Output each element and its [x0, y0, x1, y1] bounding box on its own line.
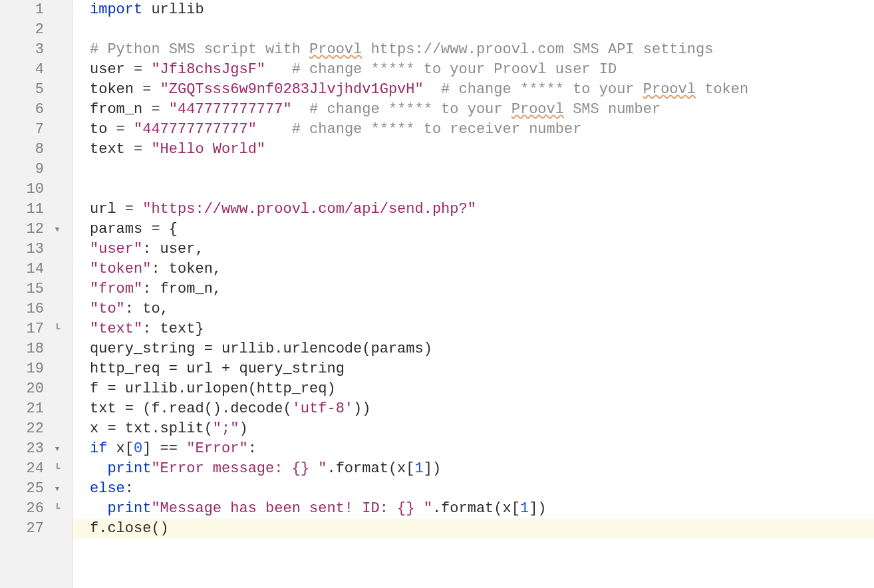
code-area[interactable]: import urllib# Python SMS script with Pr… [73, 0, 874, 588]
line-number: 15 [0, 279, 48, 299]
gutter-line: 17┗ [0, 319, 72, 339]
token-ident [265, 61, 292, 78]
code-line[interactable] [73, 180, 874, 200]
code-line[interactable]: user = "Jfi8chsJgsF" # change ***** to y… [73, 60, 874, 80]
token-comment: https://www.proovl.com SMS API settings [362, 41, 713, 58]
gutter-line: 16 [0, 299, 72, 319]
token-comment: Proovl [643, 81, 696, 98]
line-number: 26 [0, 499, 48, 519]
code-line[interactable]: "from": from_n, [73, 279, 874, 299]
line-number: 25 [0, 479, 48, 499]
token-str: 'utf-8' [292, 400, 353, 417]
token-ident [424, 81, 441, 98]
gutter-line: 22 [0, 419, 72, 439]
line-number: 19 [0, 359, 48, 379]
token-str: "Error message: {} " [151, 460, 327, 477]
code-line[interactable]: url = "https://www.proovl.com/api/send.p… [73, 200, 874, 220]
code-line[interactable]: params = { [73, 220, 874, 239]
line-number: 24 [0, 459, 48, 479]
gutter-line: 3 [0, 40, 72, 60]
code-line[interactable]: x = txt.split(";") [73, 419, 874, 439]
gutter-line: 6 [0, 100, 72, 120]
gutter-line: 5 [0, 80, 72, 100]
line-number: 17 [0, 319, 48, 339]
line-number: 3 [0, 40, 48, 60]
code-line[interactable]: "user": user, [73, 239, 874, 259]
fold-end-icon[interactable]: ┗ [48, 499, 67, 519]
line-number: 12 [0, 220, 48, 239]
fold-end-icon[interactable]: ┗ [48, 459, 67, 479]
line-number: 27 [0, 519, 48, 539]
token-ident: x = txt.split( [90, 420, 213, 437]
token-ident: to = [90, 121, 134, 138]
gutter-line: 25▼ [0, 479, 72, 499]
code-line[interactable]: to = "447777777777" # change ***** to re… [73, 120, 874, 140]
fold-toggle-icon[interactable]: ▼ [48, 220, 67, 239]
line-number: 8 [0, 140, 48, 160]
code-line[interactable]: f = urllib.urlopen(http_req) [73, 379, 874, 399]
code-line[interactable]: # Python SMS script with Proovl https://… [73, 40, 874, 60]
gutter-line: 11 [0, 200, 72, 220]
line-number: 21 [0, 399, 48, 419]
token-str: ";" [213, 420, 239, 437]
code-line[interactable]: from_n = "447777777777" # change ***** t… [73, 100, 874, 120]
code-line[interactable]: query_string = urllib.urlencode(params) [73, 339, 874, 359]
token-ident [90, 500, 107, 517]
code-line[interactable]: "to": to, [73, 299, 874, 319]
token-ident: f.close() [90, 520, 169, 537]
code-line[interactable]: if x[0] == "Error": [73, 439, 874, 459]
gutter-line: 23▼ [0, 439, 72, 459]
code-line[interactable]: "token": token, [73, 259, 874, 279]
gutter-line: 9 [0, 160, 72, 180]
gutter-line: 8 [0, 140, 72, 160]
code-line[interactable]: "text": text} [73, 319, 874, 339]
line-number: 20 [0, 379, 48, 399]
token-ident [292, 101, 309, 118]
fold-toggle-icon[interactable]: ▼ [48, 479, 67, 499]
fold-end-icon[interactable]: ┗ [48, 319, 67, 339]
token-ident: urllib [151, 1, 204, 18]
token-comment: token [696, 81, 748, 98]
gutter-line: 20 [0, 379, 72, 399]
token-ident: .format(x[ [432, 500, 520, 517]
token-comment: # Python SMS script with [90, 41, 309, 58]
code-line[interactable]: else: [73, 479, 874, 499]
gutter-line: 18 [0, 339, 72, 359]
line-number: 23 [0, 439, 48, 459]
code-line[interactable]: text = "Hello World" [73, 140, 874, 160]
code-line[interactable] [73, 20, 874, 40]
code-line[interactable]: print"Error message: {} ".format(x[1]) [73, 459, 874, 479]
token-ident: txt = (f.read().decode( [90, 400, 292, 417]
fold-toggle-icon[interactable]: ▼ [48, 439, 67, 459]
line-number: 11 [0, 200, 48, 220]
line-number: 14 [0, 259, 48, 279]
token-str: "token" [90, 261, 151, 277]
code-line[interactable]: f.close() [73, 519, 874, 539]
code-line[interactable]: token = "ZGQTsss6w9nf0283Jlvjhdv1GpvH" #… [73, 80, 874, 100]
token-ident: ] == [142, 440, 186, 457]
gutter: 123456789101112▼1314151617┗181920212223▼… [0, 0, 73, 588]
token-comment: SMS number [564, 101, 660, 118]
code-line[interactable]: txt = (f.read().decode('utf-8')) [73, 399, 874, 419]
token-comment: # change ***** to your [309, 101, 511, 118]
token-num: 1 [520, 500, 529, 517]
token-str: "Jfi8chsJgsF" [151, 61, 265, 78]
line-number: 16 [0, 299, 48, 319]
token-ident: ]) [424, 460, 441, 477]
code-line[interactable] [73, 160, 874, 180]
code-line[interactable]: print"Message has been sent! ID: {} ".fo… [73, 499, 874, 519]
code-line[interactable]: http_req = url + query_string [73, 359, 874, 379]
token-ident: .format(x[ [327, 460, 414, 477]
token-str: "447777777777" [169, 101, 292, 118]
token-ident [90, 460, 107, 477]
token-str: "Hello World" [151, 141, 265, 158]
code-line[interactable]: import urllib [73, 0, 874, 20]
line-number: 1 [0, 0, 48, 20]
gutter-line: 21 [0, 399, 72, 419]
line-number: 5 [0, 80, 48, 100]
token-ident [257, 121, 292, 138]
gutter-line: 2 [0, 20, 72, 40]
token-ident: f = urllib.urlopen(http_req) [90, 380, 336, 397]
token-ident: http_req = url + query_string [90, 361, 345, 377]
line-number: 4 [0, 60, 48, 80]
